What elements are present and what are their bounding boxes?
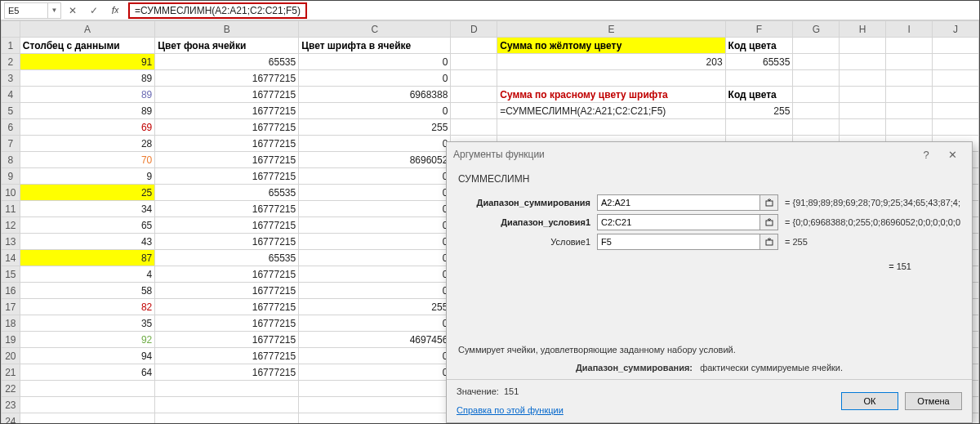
row-header[interactable]: 14 bbox=[2, 250, 20, 266]
cell-b15[interactable]: 16777215 bbox=[155, 266, 299, 283]
cell-b21[interactable]: 16777215 bbox=[155, 364, 299, 381]
cell-b11[interactable]: 16777215 bbox=[155, 201, 299, 217]
cancel-button[interactable]: Отмена bbox=[905, 392, 962, 410]
cell-c13[interactable]: 0 bbox=[299, 234, 451, 250]
cell-b12[interactable]: 16777215 bbox=[155, 217, 299, 234]
row-header[interactable]: 8 bbox=[2, 152, 20, 168]
cell-c11[interactable]: 0 bbox=[299, 201, 451, 217]
ok-button[interactable]: ОК bbox=[841, 392, 898, 410]
cell[interactable] bbox=[451, 70, 497, 87]
cell-a17[interactable]: 82 bbox=[20, 299, 155, 315]
arg-input-1[interactable] bbox=[597, 214, 760, 230]
arg-input-0[interactable] bbox=[597, 194, 760, 211]
cell-c7[interactable]: 0 bbox=[299, 136, 451, 152]
cell-a12[interactable]: 65 bbox=[20, 217, 155, 234]
row-header[interactable]: 4 bbox=[2, 87, 20, 103]
name-box[interactable]: E5 ▼ bbox=[4, 2, 61, 19]
col-header-J[interactable]: J bbox=[933, 21, 979, 38]
cell-a4[interactable]: 89 bbox=[20, 87, 155, 103]
fx-icon[interactable]: fx bbox=[105, 2, 125, 19]
cell-a3[interactable]: 89 bbox=[20, 70, 155, 87]
cell-b2[interactable]: 65535 bbox=[155, 54, 299, 70]
cell[interactable] bbox=[155, 381, 299, 397]
cell-a18[interactable]: 35 bbox=[20, 315, 155, 332]
cell-c6[interactable]: 255 bbox=[299, 119, 451, 136]
cell-f2[interactable]: 65535 bbox=[725, 54, 793, 70]
row-header[interactable]: 6 bbox=[2, 119, 20, 136]
cell[interactable] bbox=[451, 87, 497, 103]
col-header-I[interactable]: I bbox=[886, 21, 933, 38]
row-header[interactable]: 12 bbox=[2, 217, 20, 234]
cell-b20[interactable]: 16777215 bbox=[155, 348, 299, 364]
cell-c9[interactable]: 0 bbox=[299, 168, 451, 185]
cell-b19[interactable]: 16777215 bbox=[155, 332, 299, 348]
dialog-help-link[interactable]: Справка по этой функции bbox=[457, 405, 564, 415]
cell-c3[interactable]: 0 bbox=[299, 70, 451, 87]
col-header-C[interactable]: C bbox=[299, 21, 451, 38]
cell-a10[interactable]: 25 bbox=[20, 185, 155, 201]
cell[interactable] bbox=[20, 381, 155, 397]
cell-e4[interactable]: Сумма по красному цвету шрифта bbox=[497, 87, 725, 103]
cell-a15[interactable]: 4 bbox=[20, 266, 155, 283]
cell[interactable] bbox=[451, 119, 497, 136]
range-picker-icon[interactable] bbox=[760, 194, 778, 211]
cell-c2[interactable]: 0 bbox=[299, 54, 451, 70]
cell[interactable] bbox=[451, 103, 497, 119]
cell-a13[interactable]: 43 bbox=[20, 234, 155, 250]
row-header[interactable]: 16 bbox=[2, 283, 20, 299]
cell-f5[interactable]: 255 bbox=[725, 103, 793, 119]
row-header[interactable]: 24 bbox=[2, 413, 20, 425]
header-f1[interactable]: Код цвета bbox=[725, 38, 793, 54]
row-header[interactable]: 22 bbox=[2, 381, 20, 397]
row-header[interactable]: 1 bbox=[2, 38, 20, 54]
dialog-close-icon[interactable]: ✕ bbox=[939, 149, 965, 161]
cell-c10[interactable]: 0 bbox=[299, 185, 451, 201]
cell-b14[interactable]: 65535 bbox=[155, 250, 299, 266]
cell-b10[interactable]: 65535 bbox=[155, 185, 299, 201]
cell[interactable] bbox=[20, 397, 155, 413]
cell-e3[interactable] bbox=[497, 70, 725, 87]
row-header[interactable]: 13 bbox=[2, 234, 20, 250]
col-header-B[interactable]: B bbox=[155, 21, 299, 38]
row-header[interactable]: 15 bbox=[2, 266, 20, 283]
row-header[interactable]: 18 bbox=[2, 315, 20, 332]
cell-a9[interactable]: 9 bbox=[20, 168, 155, 185]
cell[interactable] bbox=[451, 38, 497, 54]
cell[interactable] bbox=[299, 381, 451, 397]
cell-a7[interactable]: 28 bbox=[20, 136, 155, 152]
cell-b6[interactable]: 16777215 bbox=[155, 119, 299, 136]
cell-b17[interactable]: 16777215 bbox=[155, 299, 299, 315]
cell-a19[interactable]: 92 bbox=[20, 332, 155, 348]
cell-b4[interactable]: 16777215 bbox=[155, 87, 299, 103]
cell-a21[interactable]: 64 bbox=[20, 364, 155, 381]
row-header[interactable]: 2 bbox=[2, 54, 20, 70]
row-header[interactable]: 20 bbox=[2, 348, 20, 364]
row-header[interactable]: 5 bbox=[2, 103, 20, 119]
row-header[interactable]: 11 bbox=[2, 201, 20, 217]
col-header-A[interactable]: A bbox=[20, 21, 155, 38]
cell-c14[interactable]: 0 bbox=[299, 250, 451, 266]
cell-a6[interactable]: 69 bbox=[20, 119, 155, 136]
row-header[interactable]: 19 bbox=[2, 332, 20, 348]
cell-a8[interactable]: 70 bbox=[20, 152, 155, 168]
range-picker-icon[interactable] bbox=[760, 234, 778, 250]
row-header[interactable]: 7 bbox=[2, 136, 20, 152]
cell-b13[interactable]: 16777215 bbox=[155, 234, 299, 250]
col-header-G[interactable]: G bbox=[793, 21, 840, 38]
accept-formula-icon[interactable]: ✓ bbox=[84, 2, 104, 19]
dialog-help-icon[interactable]: ? bbox=[913, 149, 939, 161]
cell-b8[interactable]: 16777215 bbox=[155, 152, 299, 168]
cell-c19[interactable]: 4697456 bbox=[299, 332, 451, 348]
cell-e2[interactable]: 203 bbox=[497, 54, 725, 70]
cell-c16[interactable]: 0 bbox=[299, 283, 451, 299]
cell-f4[interactable]: Код цвета bbox=[725, 87, 793, 103]
cell-e5[interactable]: =СУММЕСЛИМН(A2:A21;C2:C21;F5) bbox=[497, 103, 725, 119]
cell-c18[interactable]: 0 bbox=[299, 315, 451, 332]
cell-b18[interactable]: 16777215 bbox=[155, 315, 299, 332]
cell[interactable] bbox=[299, 413, 451, 425]
cell-c8[interactable]: 8696052 bbox=[299, 152, 451, 168]
cell-c20[interactable]: 0 bbox=[299, 348, 451, 364]
cell-f3[interactable] bbox=[725, 70, 793, 87]
col-header-D[interactable]: D bbox=[451, 21, 497, 38]
row-header[interactable]: 17 bbox=[2, 299, 20, 315]
